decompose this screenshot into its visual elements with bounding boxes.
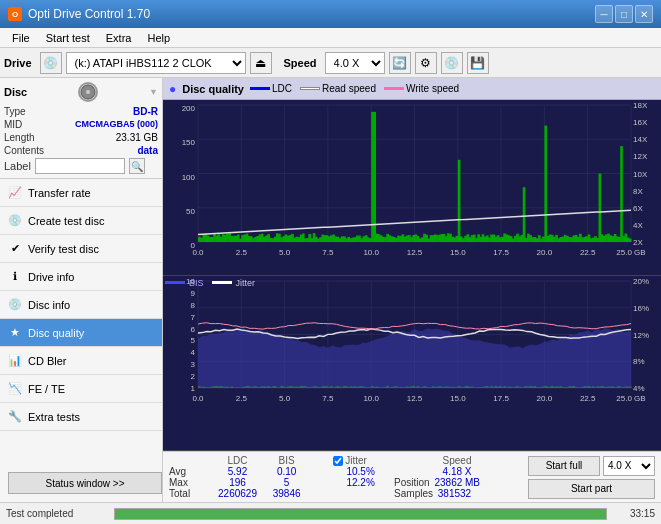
status-text: Test completed [6,508,106,519]
nav-transfer-rate-label: Transfer rate [28,187,91,199]
nav-disc-quality-label: Disc quality [28,327,84,339]
max-ldc: 196 [209,477,266,488]
disc-quality-icon: ★ [8,326,22,340]
drive-select[interactable]: (k:) ATAPI iHBS112 2 CLOK [66,52,246,74]
speed-combo[interactable]: 4.0 X [603,456,655,476]
total-label: Total [169,488,209,499]
nav-disc-info[interactable]: 💿 Disc info [0,291,162,319]
ldc-header: LDC [209,455,266,466]
nav-verify-test-disc-label: Verify test disc [28,243,99,255]
nav-create-test-disc-label: Create test disc [28,215,104,227]
app-icon: O [8,7,22,21]
nav-cd-bler[interactable]: 📊 CD Bler [0,347,162,375]
nav-create-test-disc[interactable]: 💿 Create test disc [0,207,162,235]
stats-area: LDC BIS Jitter Speed [163,451,661,502]
nav-disc-info-label: Disc info [28,299,70,311]
menu-extra[interactable]: Extra [98,28,140,47]
total-ldc: 2260629 [209,488,266,499]
samples-value: 381532 [438,488,471,499]
bis-legend-label: BIS [189,278,204,288]
speed-label: Speed [284,57,317,69]
avg-bis: 0.10 [266,466,307,477]
drive-label: Drive [4,57,32,69]
disc-section-title: Disc [4,86,27,98]
quality-icon: ● [169,82,176,96]
chart1-canvas [163,100,661,260]
avg-label: Avg [169,466,209,477]
nav-transfer-rate[interactable]: 📈 Transfer rate [0,179,162,207]
drive-icon-btn[interactable]: 💿 [40,52,62,74]
label-btn[interactable]: 🔍 [129,158,145,174]
disc-section: Disc ▼ Type BD-R MID CMCMAGBA5 (000) Len… [0,78,162,179]
read-speed-legend-color [300,87,320,90]
avg-ldc: 5.92 [209,466,266,477]
refresh-btn[interactable]: 🔄 [389,52,411,74]
start-part-btn[interactable]: Start part [528,479,655,499]
svg-point-1 [86,90,90,94]
write-speed-legend-label: Write speed [406,83,459,94]
stats-table-container: LDC BIS Jitter Speed [169,455,520,499]
ldc-legend-label: LDC [272,83,292,94]
quality-header: ● Disc quality LDC Read speed Write spee… [163,78,661,100]
start-full-btn[interactable]: Start full [528,456,600,476]
stats-table: LDC BIS Jitter Speed [169,455,520,499]
nav-drive-info[interactable]: ℹ Drive info [0,263,162,291]
ldc-legend-color [250,87,270,90]
menu-help[interactable]: Help [139,28,178,47]
settings-btn[interactable]: ⚙ [415,52,437,74]
samples-label: Samples [394,488,433,499]
nav-disc-quality[interactable]: ★ Disc quality [0,319,162,347]
write-speed-legend-color [384,87,404,90]
fe-te-icon: 📉 [8,382,22,396]
minimize-button[interactable]: ─ [595,5,613,23]
avg-jitter: 10.5% [327,466,394,477]
menu-start-test[interactable]: Start test [38,28,98,47]
jitter-header: Jitter [327,455,394,466]
save-btn[interactable]: 💾 [467,52,489,74]
eject-btn[interactable]: ⏏ [250,52,272,74]
contents-value: data [137,145,158,156]
bis-legend-color [165,281,185,284]
disc-info-icon: 💿 [8,298,22,312]
nav-drive-info-label: Drive info [28,271,74,283]
nav-extra-tests[interactable]: 🔧 Extra tests [0,403,162,431]
jitter-legend-color [212,281,232,284]
nav-fe-te-label: FE / TE [28,383,65,395]
position-label: Position [394,477,430,488]
status-window-btn[interactable]: Status window >> [8,472,162,494]
nav-fe-te[interactable]: 📉 FE / TE [0,375,162,403]
chart2-legend: BIS Jitter [165,278,255,288]
type-value: BD-R [133,106,158,117]
disc-btn[interactable]: 💿 [441,52,463,74]
bottom-bar: Test completed 33:15 [0,502,661,524]
type-label: Type [4,106,26,117]
bis-header: BIS [266,455,307,466]
jitter-header-label: Jitter [345,455,367,466]
close-button[interactable]: ✕ [635,5,653,23]
nav-items: 📈 Transfer rate 💿 Create test disc ✔ Ver… [0,179,162,464]
titlebar: O Opti Drive Control 1.70 ─ □ ✕ [0,0,661,28]
menubar: File Start test Extra Help [0,28,661,48]
disc-icon [78,82,98,102]
maximize-button[interactable]: □ [615,5,633,23]
menu-file[interactable]: File [4,28,38,47]
quality-title: Disc quality [182,83,244,95]
right-panel: ● Disc quality LDC Read speed Write spee… [163,78,661,502]
chart1 [163,100,661,276]
jitter-checkbox[interactable] [333,456,343,466]
max-bis: 5 [266,477,307,488]
total-bis: 39846 [266,488,307,499]
mid-value: CMCMAGBA5 (000) [75,119,158,130]
max-jitter: 12.2% [327,477,394,488]
create-test-disc-icon: 💿 [8,214,22,228]
label-input[interactable] [35,158,125,174]
length-label: Length [4,132,35,143]
action-btns: Start full 4.0 X Start part [528,456,655,499]
speed-select[interactable]: 4.0 X [325,52,385,74]
read-speed-legend-label: Read speed [322,83,376,94]
disc-expand-icon[interactable]: ▼ [149,87,158,97]
chart2: BIS Jitter [163,276,661,452]
nav-verify-test-disc[interactable]: ✔ Verify test disc [0,235,162,263]
app-title: Opti Drive Control 1.70 [28,7,150,21]
nav-cd-bler-label: CD Bler [28,355,67,367]
